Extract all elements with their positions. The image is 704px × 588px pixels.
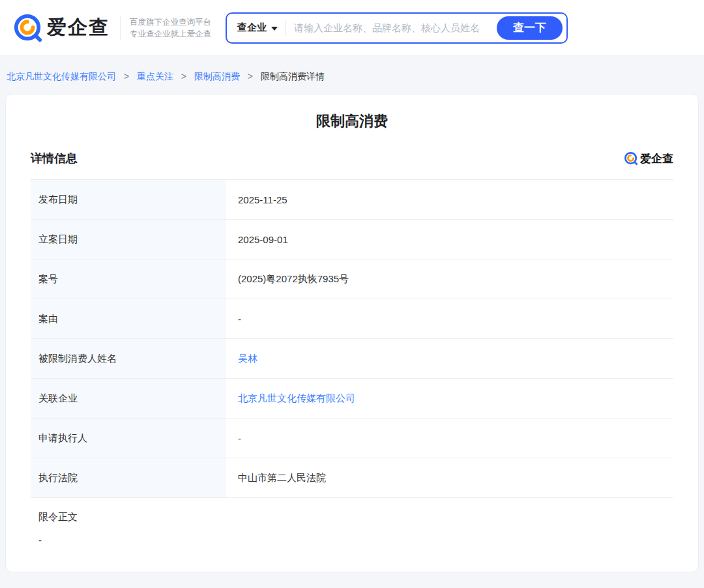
row-value: 2025-11-25 xyxy=(226,180,673,219)
row-label: 立案日期 xyxy=(31,220,226,259)
table-row: 申请执行人 - xyxy=(31,419,673,458)
search-input[interactable] xyxy=(294,22,497,33)
brand-divider xyxy=(120,16,121,40)
table-row: 案由 - xyxy=(31,299,673,339)
fulltext-row: 限令正文 - xyxy=(31,498,673,560)
search-category-dropdown[interactable]: 查企业 xyxy=(237,22,278,34)
row-value: - xyxy=(226,299,673,338)
detail-card: 限制高消费 详情信息 爱企查 发布日期 2025-11-25 立案日期 2025… xyxy=(5,94,699,572)
row-value: (2025)粤2072执恢7935号 xyxy=(226,259,673,299)
breadcrumb-focus-link[interactable]: 重点关注 xyxy=(137,71,173,81)
table-row: 被限制消费人姓名 吴林 xyxy=(31,339,673,379)
row-label: 执行法院 xyxy=(31,458,226,497)
person-link[interactable]: 吴林 xyxy=(226,339,673,378)
breadcrumb-separator: > xyxy=(248,71,253,81)
row-value: 中山市第二人民法院 xyxy=(226,458,673,497)
row-label: 限令正文 xyxy=(38,511,666,523)
breadcrumb-current: 限制高消费详情 xyxy=(261,71,325,81)
table-row: 案号 (2025)粤2072执恢7935号 xyxy=(31,259,673,299)
detail-table: 发布日期 2025-11-25 立案日期 2025-09-01 案号 (2025… xyxy=(31,179,673,560)
watermark-text: 爱企查 xyxy=(640,151,673,166)
aiqicha-logo-icon[interactable] xyxy=(13,13,43,43)
search-button[interactable]: 查一下 xyxy=(497,16,563,40)
search-divider xyxy=(286,21,286,35)
row-label: 被限制消费人姓名 xyxy=(31,339,226,378)
tagline-line-2: 专业查企业就上爱企查 xyxy=(130,28,211,40)
aiqicha-logo-icon xyxy=(624,151,638,166)
section-title: 详情信息 xyxy=(31,151,78,166)
brand-tagline: 百度旗下企业查询平台 专业查企业就上爱企查 xyxy=(130,16,211,40)
search-box: 查企业 查一下 xyxy=(226,12,568,44)
row-value: 2025-09-01 xyxy=(226,220,673,259)
row-label: 案由 xyxy=(31,299,226,338)
search-category-label: 查企业 xyxy=(237,22,267,34)
row-label: 关联企业 xyxy=(31,379,226,418)
breadcrumb-separator: > xyxy=(181,71,186,81)
row-value: - xyxy=(226,419,673,458)
watermark-logo: 爱企查 xyxy=(624,151,673,166)
breadcrumb-separator: > xyxy=(124,71,129,81)
row-label: 发布日期 xyxy=(31,180,226,219)
tagline-line-1: 百度旗下企业查询平台 xyxy=(130,16,211,28)
row-label: 申请执行人 xyxy=(31,419,226,458)
breadcrumb-restriction-link[interactable]: 限制高消费 xyxy=(194,71,240,81)
row-label: 案号 xyxy=(31,259,226,299)
breadcrumb-company-link[interactable]: 北京凡世文化传媒有限公司 xyxy=(7,71,116,81)
page-title: 限制高消费 xyxy=(31,111,673,131)
header: 爱企查 百度旗下企业查询平台 专业查企业就上爱企查 查企业 查一下 xyxy=(0,0,704,56)
table-row: 关联企业 北京凡世文化传媒有限公司 xyxy=(31,379,673,419)
table-row: 执行法院 中山市第二人民法院 xyxy=(31,458,673,498)
logo-text[interactable]: 爱企查 xyxy=(47,14,110,41)
table-row: 立案日期 2025-09-01 xyxy=(31,220,673,259)
brand: 爱企查 百度旗下企业查询平台 专业查企业就上爱企查 xyxy=(13,13,211,43)
chevron-down-icon xyxy=(271,27,278,31)
company-link[interactable]: 北京凡世文化传媒有限公司 xyxy=(226,379,673,418)
breadcrumb: 北京凡世文化传媒有限公司 > 重点关注 > 限制高消费 > 限制高消费详情 xyxy=(0,56,704,94)
section-header: 详情信息 爱企查 xyxy=(31,151,673,166)
row-value: - xyxy=(38,535,666,546)
table-row: 发布日期 2025-11-25 xyxy=(31,180,673,220)
